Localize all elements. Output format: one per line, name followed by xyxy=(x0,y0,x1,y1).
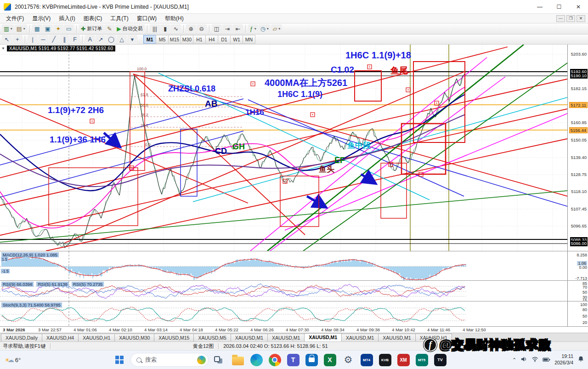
mdi-restore-button[interactable]: ❐ xyxy=(566,15,575,22)
ellipse-tool[interactable]: ◯ xyxy=(106,35,116,44)
timeframe-button-m30[interactable]: M30 xyxy=(181,35,193,44)
chart-tab-5[interactable]: XAUUSD,M5 xyxy=(193,334,231,341)
taskbar-icon-store[interactable] xyxy=(304,352,319,368)
timeframe-button-h4[interactable]: H4 xyxy=(205,35,218,44)
data-window-button[interactable]: ▣ xyxy=(43,24,53,34)
candle-chart-mode-button[interactable]: ▮ xyxy=(160,24,170,34)
triangle-tool[interactable]: △ xyxy=(117,35,127,44)
taskbar-icon-mt4-terminal[interactable]: MT4 xyxy=(359,352,374,368)
mdi-close-button[interactable]: ✕ xyxy=(577,15,585,22)
bar-chart-mode-button[interactable]: ||| xyxy=(150,24,160,34)
macd-panel[interactable]: MACD(12,26,9) 1.020 1.085 1.5-1.5 8.2581… xyxy=(0,251,588,280)
time-axis[interactable]: 3 Mar 20263 Mar 22:574 Mar 01:064 Mar 02… xyxy=(0,326,588,333)
rsi-panel[interactable]: RSI(9) 66.0398RSI(5) 61.9138RSI(5) 70.27… xyxy=(0,280,588,301)
text-tool[interactable]: A xyxy=(85,35,95,44)
one-click-trading-toggle[interactable]: ▼ xyxy=(1,46,5,51)
taskbar-icon-xm-app[interactable]: XM xyxy=(396,352,411,368)
navigator-button[interactable]: ✦ xyxy=(53,24,63,34)
taskbar-icon-edge[interactable] xyxy=(249,352,264,368)
maximize-button[interactable]: ☐ xyxy=(549,0,569,13)
network-icon[interactable] xyxy=(531,356,538,364)
chart-tab-2[interactable]: XAUUSD,H1 xyxy=(78,334,115,341)
chart-tab-11[interactable]: XAUUSD,H1 xyxy=(415,334,452,341)
menu-item-6[interactable]: 帮助(H) xyxy=(161,14,188,23)
price-scale[interactable]: 5203.605192.605190.105182.155172.115160.… xyxy=(567,45,588,251)
fibonacci-tool[interactable]: F xyxy=(70,35,80,44)
chart-tab-10[interactable]: XAUUSD,M1 xyxy=(378,334,415,341)
metaeditor-button[interactable]: ✎ xyxy=(104,24,114,34)
taskbar-icon-chrome[interactable] xyxy=(267,352,283,368)
macd-scale[interactable]: 8.2581.060.00-7.713 xyxy=(567,251,588,280)
autotrading-button[interactable]: ▶自动交易 xyxy=(115,24,145,34)
crosshair-tool[interactable]: + xyxy=(12,35,23,44)
auto-scroll-button[interactable]: ⇥ xyxy=(222,24,232,34)
start-button[interactable] xyxy=(112,352,127,368)
timeframe-button-h1[interactable]: H1 xyxy=(193,35,206,44)
chart-tab-8[interactable]: XAUUSD,M1 xyxy=(304,333,342,341)
new-chart-button[interactable]: ▥▾ xyxy=(2,24,14,34)
chart-tab-0[interactable]: XAUUSD,Daily xyxy=(1,334,42,341)
cursor-tool[interactable]: ↖ xyxy=(2,35,12,44)
chart-tab-3[interactable]: XAUUSD,M30 xyxy=(114,334,154,341)
mdi-minimize-button[interactable]: — xyxy=(556,15,565,22)
menu-item-5[interactable]: 窗口(W) xyxy=(133,14,161,23)
tile-windows-button[interactable]: ◫ xyxy=(212,24,222,34)
vertical-line-tool[interactable]: | xyxy=(28,35,38,44)
channel-tool[interactable]: ∥ xyxy=(59,35,69,44)
horizontal-line-tool[interactable]: ─ xyxy=(38,35,48,44)
timeframe-button-mn[interactable]: MN xyxy=(243,35,255,44)
main-chart-canvas[interactable] xyxy=(0,45,567,251)
zoom-in-button[interactable]: ⊕ xyxy=(186,24,196,34)
chart-shift-button[interactable]: ⇤ xyxy=(233,24,243,34)
menu-item-0[interactable]: 文件(F) xyxy=(2,14,28,23)
indicators-button[interactable]: ƒ▾ xyxy=(248,24,258,34)
more-tools-button[interactable]: ▾ xyxy=(127,35,137,44)
periods-button[interactable]: ◷▾ xyxy=(259,24,271,34)
chart-tab-6[interactable]: XAUUSD,M1 xyxy=(231,334,268,341)
rsi-scale[interactable]: 8570503015 xyxy=(567,281,588,301)
menu-item-1[interactable]: 显示(V) xyxy=(28,14,55,23)
taskbar-icon-task-view[interactable] xyxy=(212,352,227,368)
timeframe-button-m5[interactable]: M5 xyxy=(156,35,169,44)
main-chart[interactable]: ▼ XAUUSD,M1 5191.49 5192.77 5191.42 5192… xyxy=(0,45,588,251)
taskbar-icon-tradingview[interactable]: TV xyxy=(432,352,448,368)
taskbar-clock[interactable]: 19:11 2026/3/4 xyxy=(554,353,573,366)
terminal-button[interactable]: ▭ xyxy=(64,24,74,34)
line-chart-mode-button[interactable]: ∿ xyxy=(171,24,181,34)
taskbar-icon-teams[interactable]: T xyxy=(285,352,301,368)
weather-widget[interactable]: ☀☁ 6° xyxy=(5,351,21,369)
timeframe-button-d1[interactable]: D1 xyxy=(218,35,231,44)
taskbar-icon-mt5-terminal[interactable]: MT5 xyxy=(414,352,430,368)
battery-icon[interactable] xyxy=(543,357,550,363)
chart-tab-7[interactable]: XAUUSD,M1 xyxy=(267,334,305,341)
chart-tab-1[interactable]: XAUUSD,H4 xyxy=(42,334,79,341)
trendline-tool[interactable]: ╱ xyxy=(49,35,59,44)
profiles-button[interactable]: ▤▾ xyxy=(15,24,27,34)
market-watch-button[interactable]: ▦ xyxy=(32,24,42,34)
timeframe-button-w1[interactable]: W1 xyxy=(230,35,243,44)
status-profile-name[interactable]: 黄金12图 xyxy=(193,343,214,350)
templates-button[interactable]: ▱▾ xyxy=(271,24,283,34)
taskbar-icon-kvb-app[interactable]: KVB xyxy=(377,352,393,368)
taskbar-icon-file-explorer[interactable] xyxy=(230,352,246,368)
chart-tab-9[interactable]: XAUUSD,M1 xyxy=(341,334,379,341)
notification-bell-icon[interactable] xyxy=(577,356,584,364)
menu-item-2[interactable]: 插入(I) xyxy=(55,14,79,23)
taskbar-icon-excel[interactable]: X xyxy=(322,352,338,368)
volume-icon[interactable] xyxy=(520,356,527,364)
taskbar-icon-settings[interactable]: ⚙ xyxy=(340,352,356,368)
close-button[interactable]: ✕ xyxy=(569,0,588,13)
stochastic-scale[interactable]: 100805020 xyxy=(567,301,588,326)
menu-item-4[interactable]: 工具(T) xyxy=(106,14,132,23)
timeframe-button-m15[interactable]: M15 xyxy=(168,35,181,44)
minimize-button[interactable]: — xyxy=(530,0,549,13)
timeframe-button-m1[interactable]: M1 xyxy=(143,35,156,44)
stochastic-panel[interactable]: Stoch(9,3,3) 71.5400 58.9785 100805020 xyxy=(0,301,588,326)
zoom-out-button[interactable]: ⊖ xyxy=(197,24,207,34)
arrow-tool[interactable]: ↗ xyxy=(96,35,106,44)
new-order-button[interactable]: ✚新订单 xyxy=(79,24,104,34)
search-box[interactable]: 搜索 xyxy=(130,353,209,367)
chart-tab-4[interactable]: XAUUSD,M15 xyxy=(154,334,194,341)
hidden-icons-chevron[interactable]: ⌃ xyxy=(512,357,516,363)
menu-item-3[interactable]: 图表(C) xyxy=(79,14,107,23)
